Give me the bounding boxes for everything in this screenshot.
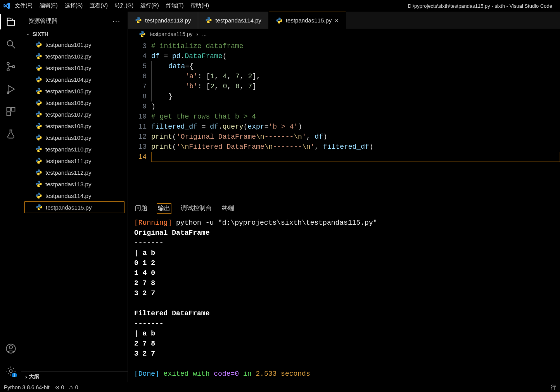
file-item[interactable]: testpandas113.py bbox=[24, 178, 124, 190]
source-control-icon[interactable] bbox=[5, 61, 16, 72]
menu-terminal[interactable]: 终端(T) bbox=[166, 2, 184, 9]
editor-tab[interactable]: testpandas114.py bbox=[198, 12, 268, 29]
menu-view[interactable]: 查看(V) bbox=[90, 2, 108, 9]
file-item[interactable]: testpandas102.py bbox=[24, 50, 124, 62]
status-errors[interactable]: ⊗ 0 ⚠ 0 bbox=[55, 384, 78, 390]
file-item[interactable]: testpandas106.py bbox=[24, 97, 124, 108]
python-file-icon bbox=[35, 192, 42, 199]
panel-tab-output[interactable]: 输出 bbox=[157, 203, 171, 214]
panel-tab-problems[interactable]: 问题 bbox=[134, 203, 148, 214]
svg-point-2 bbox=[7, 69, 9, 71]
file-item[interactable]: testpandas107.py bbox=[24, 108, 124, 120]
chevron-down-icon: › bbox=[25, 33, 31, 35]
search-icon[interactable] bbox=[5, 39, 16, 50]
code-editor[interactable]: 34567891011121314 # initialize dataframe… bbox=[128, 40, 560, 200]
menu-help[interactable]: 帮助(H) bbox=[190, 2, 209, 9]
menu-select[interactable]: 选择(S) bbox=[65, 2, 83, 9]
python-file-icon bbox=[35, 64, 42, 71]
editor-tab[interactable]: testpandas113.py bbox=[128, 12, 198, 29]
error-icon: ⊗ bbox=[55, 384, 60, 390]
outline-panel-header[interactable]: › 大纲 bbox=[21, 371, 128, 382]
settings-gear-icon[interactable]: 1 bbox=[5, 366, 16, 377]
svg-point-3 bbox=[12, 65, 15, 68]
panel-tab-terminal[interactable]: 终端 bbox=[221, 203, 235, 214]
tab-label: testpandas113.py bbox=[145, 17, 191, 24]
python-file-icon bbox=[276, 17, 283, 24]
code-body[interactable]: # initialize dataframedf = pd.DataFrame(… bbox=[151, 40, 560, 200]
breadcrumb-file: testpandas115.py bbox=[150, 31, 193, 37]
testing-icon[interactable] bbox=[5, 129, 16, 139]
error-count: 0 bbox=[61, 384, 64, 390]
folder-tree: › SIXTH testpandas101.pytestpandas102.py… bbox=[21, 30, 128, 213]
file-name: testpandas108.py bbox=[45, 123, 91, 129]
python-file-icon bbox=[35, 134, 42, 141]
file-name: testpandas111.py bbox=[45, 158, 91, 164]
file-item[interactable]: testpandas103.py bbox=[24, 62, 124, 74]
file-name: testpandas109.py bbox=[45, 134, 91, 141]
python-file-icon bbox=[35, 41, 42, 48]
file-name: testpandas112.py bbox=[45, 169, 91, 176]
file-name: testpandas107.py bbox=[45, 111, 91, 118]
file-item[interactable]: testpandas109.py bbox=[24, 132, 124, 143]
svg-rect-6 bbox=[11, 108, 15, 111]
python-file-icon bbox=[35, 99, 42, 106]
file-item[interactable]: testpandas101.py bbox=[24, 39, 124, 50]
panel-tab-debug-console[interactable]: 调试控制台 bbox=[180, 203, 213, 214]
breadcrumb[interactable]: testpandas115.py › ... bbox=[128, 29, 560, 40]
menu-file[interactable]: 文件(F) bbox=[15, 2, 33, 9]
warning-count: 0 bbox=[75, 384, 78, 390]
output-panel[interactable]: [Running] python -u "d:\pyprojects\sixth… bbox=[128, 216, 560, 382]
editor-tab[interactable]: testpandas115.py× bbox=[269, 12, 346, 29]
file-name: testpandas102.py bbox=[45, 53, 91, 60]
file-item[interactable]: testpandas108.py bbox=[24, 120, 124, 132]
python-file-icon bbox=[35, 88, 42, 95]
file-name: testpandas105.py bbox=[45, 88, 91, 95]
python-file-icon bbox=[35, 122, 42, 129]
status-bar: Python 3.8.6 64-bit ⊗ 0 ⚠ 0 行 bbox=[0, 382, 560, 392]
file-item[interactable]: testpandas110.py bbox=[24, 143, 124, 155]
explorer-icon[interactable] bbox=[5, 16, 16, 27]
file-item[interactable]: testpandas115.py bbox=[24, 201, 124, 213]
run-debug-icon[interactable] bbox=[5, 84, 16, 95]
file-name: testpandas103.py bbox=[45, 65, 91, 71]
file-name: testpandas104.py bbox=[45, 76, 91, 83]
activity-bar: 1 bbox=[0, 12, 21, 382]
svg-rect-5 bbox=[7, 108, 10, 111]
python-file-icon bbox=[139, 31, 146, 38]
python-file-icon bbox=[205, 17, 212, 24]
extensions-icon[interactable] bbox=[5, 106, 16, 117]
folder-root[interactable]: › SIXTH bbox=[24, 30, 124, 38]
file-item[interactable]: testpandas114.py bbox=[24, 190, 124, 201]
file-name: testpandas115.py bbox=[46, 204, 92, 211]
accounts-icon[interactable] bbox=[5, 343, 16, 354]
breadcrumb-separator: › bbox=[197, 31, 199, 37]
python-file-icon bbox=[35, 169, 42, 176]
status-line-label[interactable]: 行 bbox=[551, 384, 556, 391]
status-python[interactable]: Python 3.8.6 64-bit bbox=[4, 384, 50, 390]
file-item[interactable]: testpandas112.py bbox=[24, 167, 124, 178]
file-name: testpandas101.py bbox=[45, 41, 91, 48]
file-name: testpandas106.py bbox=[45, 100, 91, 106]
svg-rect-7 bbox=[7, 112, 10, 115]
menu-goto[interactable]: 转到(G) bbox=[115, 2, 133, 9]
python-file-icon bbox=[36, 204, 43, 211]
folder-name: SIXTH bbox=[33, 31, 48, 37]
breadcrumb-rest: ... bbox=[202, 31, 207, 37]
python-file-icon bbox=[35, 146, 42, 153]
python-file-icon bbox=[35, 157, 42, 164]
file-name: testpandas113.py bbox=[45, 181, 91, 187]
file-item[interactable]: testpandas111.py bbox=[24, 155, 124, 167]
titlebar: 文件(F) 编辑(E) 选择(S) 查看(V) 转到(G) 运行(R) 终端(T… bbox=[0, 0, 560, 12]
file-item[interactable]: testpandas104.py bbox=[24, 74, 124, 85]
sidebar-title: 资源管理器 bbox=[28, 17, 57, 25]
window-title: D:\pyprojects\sixth\testpandas115.py - s… bbox=[209, 3, 557, 9]
file-item[interactable]: testpandas105.py bbox=[24, 85, 124, 97]
python-file-icon bbox=[35, 111, 42, 118]
sidebar-more-icon[interactable]: ··· bbox=[112, 17, 121, 25]
menu-edit[interactable]: 编辑(E) bbox=[40, 2, 58, 9]
close-icon[interactable]: × bbox=[335, 17, 338, 24]
python-file-icon bbox=[35, 181, 42, 187]
tab-label: testpandas114.py bbox=[215, 17, 261, 24]
menu-run[interactable]: 运行(R) bbox=[140, 2, 159, 9]
sidebar-header: 资源管理器 ··· bbox=[21, 12, 128, 30]
